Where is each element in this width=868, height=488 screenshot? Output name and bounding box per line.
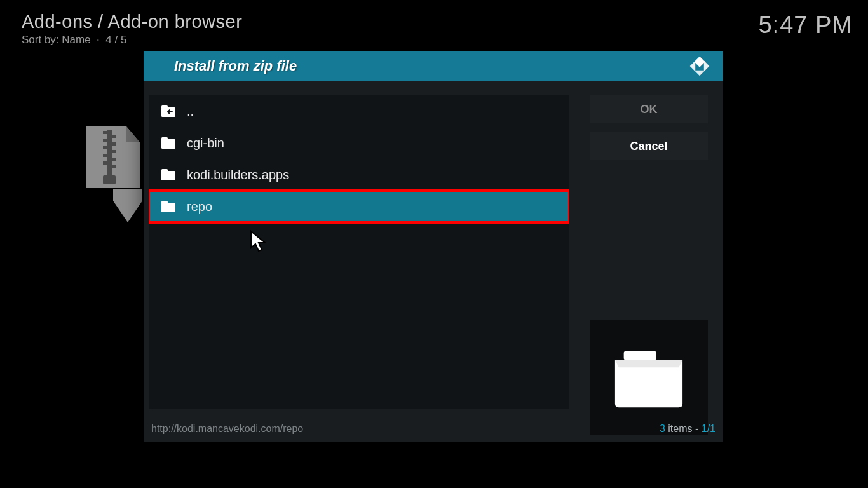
svg-rect-3 [103, 139, 107, 142]
svg-rect-11 [103, 175, 116, 184]
file-row-cgi-bin[interactable]: cgi-bin [149, 127, 569, 159]
svg-rect-9 [103, 161, 107, 165]
sort-prefix: Sort by: [22, 34, 62, 46]
svg-rect-15 [161, 137, 168, 140]
file-row-label: repo [187, 200, 212, 214]
kodi-logo-icon [689, 55, 710, 77]
svg-rect-4 [112, 142, 116, 146]
svg-rect-5 [103, 146, 107, 149]
svg-rect-19 [161, 201, 168, 204]
file-row-kodi.builders.apps[interactable]: kodi.builders.apps [149, 159, 569, 191]
svg-rect-17 [161, 169, 168, 172]
file-browser-pane[interactable]: ..cgi-binkodi.builders.appsrepo [149, 95, 569, 409]
dialog-titlebar: Install from zip file [144, 51, 723, 81]
svg-rect-20 [624, 351, 656, 360]
folder-icon [161, 169, 175, 180]
dialog-footer: http://kodi.mancavekodi.com/repo 3 items… [151, 423, 715, 435]
file-row-repo[interactable]: repo [149, 191, 569, 222]
file-row-parent[interactable]: .. [149, 95, 569, 127]
svg-rect-1 [103, 131, 107, 134]
svg-rect-13 [161, 105, 168, 109]
back-folder-icon [161, 105, 175, 117]
file-row-label: cgi-bin [187, 136, 224, 151]
file-row-label: kodi.builders.apps [187, 168, 289, 182]
svg-rect-7 [103, 154, 107, 157]
list-position: 4 / 5 [105, 34, 126, 46]
clock: 5:47 PM [758, 11, 853, 39]
folder-icon [161, 137, 175, 149]
ok-button[interactable]: OK [590, 95, 708, 123]
mouse-cursor-icon [250, 230, 268, 253]
folder-icon [161, 201, 175, 212]
page-indicator: 1/1 [702, 423, 715, 434]
cancel-button[interactable]: Cancel [590, 132, 708, 160]
current-path: http://kodi.mancavekodi.com/repo [151, 423, 660, 435]
svg-rect-14 [161, 139, 175, 149]
svg-rect-8 [112, 158, 116, 161]
install-from-zip-dialog: Install from zip file ..cgi-binkodi.buil… [144, 51, 723, 442]
svg-rect-6 [112, 150, 116, 153]
svg-rect-0 [107, 130, 112, 175]
file-row-label: .. [187, 104, 194, 119]
breadcrumb: Add-ons / Add-on browser [22, 11, 853, 32]
svg-rect-10 [112, 165, 116, 168]
dialog-title: Install from zip file [174, 58, 689, 74]
sort-value: Name [62, 34, 90, 46]
sort-line: Sort by: Name · 4 / 5 [22, 34, 853, 46]
svg-rect-2 [112, 135, 116, 138]
item-count: 3 [660, 423, 665, 434]
zip-file-icon [81, 126, 145, 224]
preview-thumbnail [590, 320, 708, 435]
svg-rect-16 [161, 171, 175, 180]
items-label: items - [665, 423, 702, 434]
svg-rect-18 [161, 203, 175, 212]
